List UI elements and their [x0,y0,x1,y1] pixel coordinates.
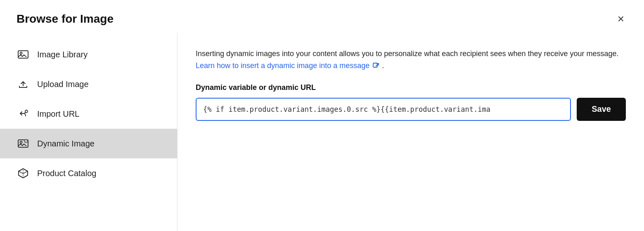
main-content: Inserting dynamic images into your conte… [178,33,644,231]
sidebar-item-product-catalog-label: Product Catalog [37,169,96,178]
field-section: Dynamic variable or dynamic URL Save [196,83,626,121]
sidebar-item-dynamic-image-label: Dynamic Image [37,139,95,148]
browse-for-image-dialog: Browse for Image × Image Library [0,0,644,231]
field-label: Dynamic variable or dynamic URL [196,83,626,92]
sidebar-item-dynamic-image[interactable]: Dynamic Image [0,129,177,158]
close-button[interactable]: × [614,12,627,26]
input-row: Save [196,98,626,121]
dialog-body: Image Library Upload Image [0,33,644,231]
description-text: Inserting dynamic images into your conte… [196,50,619,58]
dialog-title: Browse for Image [17,12,114,26]
dialog-header: Browse for Image × [0,0,644,33]
dynamic-image-icon [17,137,30,150]
sidebar-item-image-library[interactable]: Image Library [0,40,177,69]
upload-image-icon [17,78,30,91]
sidebar: Image Library Upload Image [0,33,178,231]
save-button[interactable]: Save [577,98,626,121]
svg-point-5 [20,141,22,144]
sidebar-item-import-url[interactable]: Import URL [0,99,177,129]
svg-line-3 [24,112,26,113]
sidebar-item-import-url-label: Import URL [37,109,79,119]
image-library-icon [17,48,30,61]
import-url-icon [17,107,30,120]
sidebar-item-product-catalog[interactable]: Product Catalog [0,158,177,188]
product-catalog-icon [17,167,30,180]
description-paragraph: Inserting dynamic images into your conte… [196,48,626,72]
learn-more-link-text: Learn how to insert a dynamic image into… [196,61,369,70]
sidebar-item-upload-image-label: Upload Image [37,80,89,89]
dynamic-url-input[interactable] [196,98,571,121]
external-link-icon [372,62,380,70]
svg-point-1 [20,52,22,54]
learn-more-link[interactable]: Learn how to insert a dynamic image into… [196,61,382,70]
sidebar-item-upload-image[interactable]: Upload Image [0,69,177,99]
sidebar-item-image-library-label: Image Library [37,50,88,59]
svg-rect-0 [18,51,28,58]
